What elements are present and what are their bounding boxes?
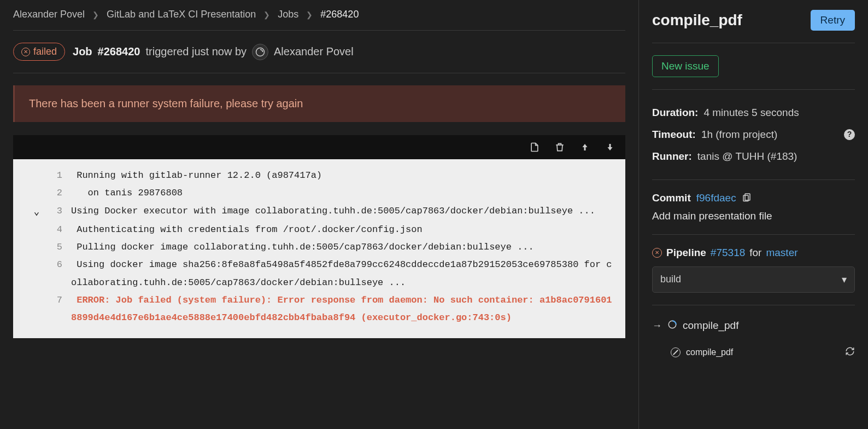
log-text-error: ERROR: Job failed (system failure): Erro… (68, 292, 615, 327)
log-line[interactable]: 5 Pulling docker image collaborating.tuh… (13, 239, 615, 256)
log-text: Authenticating with credentials from /ro… (68, 221, 615, 239)
chevron-right-icon: ❯ (263, 10, 270, 19)
log-toolbar (13, 135, 625, 159)
help-icon[interactable]: ? (844, 129, 855, 140)
pipeline-for: for (749, 247, 761, 259)
pipeline-failed-icon: ✕ (652, 248, 662, 258)
job-triggered-text: triggered just now by (145, 45, 247, 58)
log-panel: 1 Running with gitlab-runner 12.2.0 (a98… (13, 135, 625, 338)
job-user[interactable]: Alexander Povel (274, 45, 354, 58)
log-line[interactable]: 7 ERROR: Job failed (system failure): Er… (13, 292, 615, 327)
line-number: 3 (52, 202, 62, 220)
log-text: on tanis 29876808 (68, 184, 615, 202)
runner-value: tanis @ TUHH (#183) (697, 146, 797, 167)
breadcrumb-owner[interactable]: Alexander Povel (13, 9, 85, 20)
log-line[interactable]: 6 Using docker image sha256:8fe8a8fa5498… (13, 256, 615, 292)
active-job-entry[interactable]: → compile_pdf (652, 317, 855, 334)
log-line[interactable]: 2 on tanis 29876808 (13, 184, 615, 202)
new-issue-button[interactable]: New issue (652, 55, 719, 77)
runner-failure-alert: There has been a runner system failure, … (13, 85, 625, 122)
log-text: Pulling docker image collaborating.tuhh.… (68, 239, 615, 256)
fold-icon[interactable]: ⌄ (32, 202, 42, 221)
status-label: failed (33, 46, 57, 57)
alert-message: There has been a runner system failure, … (29, 97, 303, 109)
log-line[interactable]: ⌄3Using Docker executor with image colla… (13, 202, 615, 221)
log-line[interactable]: 1 Running with gitlab-runner 12.2.0 (a98… (13, 167, 615, 184)
line-number: 4 (52, 221, 62, 239)
svg-rect-1 (745, 194, 750, 200)
line-number: 7 (52, 292, 62, 309)
status-badge-failed: ✕ failed (13, 43, 65, 61)
commit-message: Add main presentation file (652, 210, 855, 222)
line-number: 6 (52, 256, 62, 274)
spinner-icon (667, 320, 677, 332)
pipeline-branch-link[interactable]: master (766, 247, 797, 259)
pipeline-label: Pipeline (666, 247, 706, 259)
failed-icon: ✕ (21, 48, 30, 56)
breadcrumb-job-id: #268420 (320, 9, 359, 20)
arrow-right-icon: → (652, 320, 662, 332)
log-text: Using Docker executor with image collabo… (68, 202, 615, 220)
retry-icon[interactable] (845, 346, 855, 358)
line-number: 2 (52, 184, 62, 202)
breadcrumb-project[interactable]: GitLab and LaTeX CI Presentation (107, 9, 256, 20)
scroll-top-icon[interactable] (579, 142, 590, 153)
log-text: Running with gitlab-runner 12.2.0 (a9874… (68, 167, 615, 184)
timeout-value: 1h (from project) (701, 124, 777, 146)
chevron-right-icon: ❯ (306, 10, 313, 19)
log-body[interactable]: 1 Running with gitlab-runner 12.2.0 (a98… (13, 159, 625, 338)
stage-select[interactable]: build ▾ (652, 266, 855, 293)
commit-sha-link[interactable]: f96fdaec (696, 192, 736, 204)
cancel-icon (671, 347, 681, 357)
chevron-right-icon: ❯ (92, 10, 99, 19)
avatar[interactable] (252, 44, 268, 60)
scroll-bottom-icon[interactable] (605, 142, 615, 153)
line-number: 1 (52, 167, 62, 184)
active-job-name: compile_pdf (683, 320, 738, 332)
job-prefix: Job (73, 45, 92, 58)
clipboard-icon[interactable] (742, 192, 752, 205)
chevron-down-icon: ▾ (842, 274, 847, 286)
log-line[interactable]: 4 Authenticating with credentials from /… (13, 221, 615, 239)
runner-label: Runner: (652, 146, 692, 167)
retry-button[interactable]: Retry (811, 10, 855, 31)
erase-log-icon[interactable] (554, 142, 565, 153)
pipeline-id-link[interactable]: #75318 (711, 247, 745, 259)
sidebar: compile_pdf Retry New issue Duration: 4 … (638, 0, 868, 429)
timeout-label: Timeout: (652, 124, 696, 146)
sidebar-title: compile_pdf (652, 11, 742, 29)
stage-value: build (660, 274, 681, 285)
breadcrumb: Alexander Povel ❯ GitLab and LaTeX CI Pr… (13, 9, 625, 31)
job-id: #268420 (98, 45, 140, 58)
duration-value: 4 minutes 5 seconds (703, 102, 799, 124)
duration-label: Duration: (652, 102, 698, 124)
raw-log-icon[interactable] (529, 142, 540, 153)
log-text: Using docker image sha256:8fe8a8fa5498a5… (68, 256, 615, 292)
sub-job-name: compile_pdf (686, 347, 733, 357)
line-number: 5 (52, 239, 62, 256)
job-header: ✕ failed Job #268420 triggered just now … (13, 31, 625, 73)
commit-label: Commit (652, 192, 691, 204)
breadcrumb-jobs[interactable]: Jobs (278, 9, 298, 20)
sub-job-entry[interactable]: compile_pdf (652, 346, 855, 358)
